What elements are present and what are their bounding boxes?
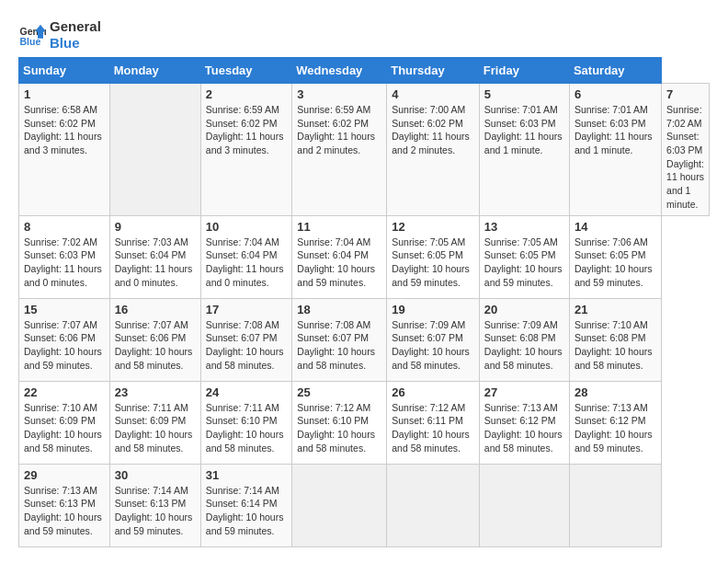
calendar-day-12: 12Sunrise: 7:05 AM Sunset: 6:05 PM Dayli… [387, 215, 480, 298]
weekday-header-monday: Monday [109, 58, 200, 84]
weekday-header-friday: Friday [479, 58, 569, 84]
calendar-day-5: 5Sunrise: 7:01 AM Sunset: 6:03 PM Daylig… [479, 84, 569, 216]
logo: General Blue General Blue [18, 18, 101, 52]
calendar-day-15: 15Sunrise: 7:07 AM Sunset: 6:06 PM Dayli… [19, 298, 110, 381]
weekday-header-row: SundayMondayTuesdayWednesdayThursdayFrid… [19, 58, 710, 84]
calendar-day-27: 27Sunrise: 7:13 AM Sunset: 6:12 PM Dayli… [479, 381, 569, 464]
calendar-day-9: 9Sunrise: 7:03 AM Sunset: 6:04 PM Daylig… [109, 215, 200, 298]
calendar-day-29: 29Sunrise: 7:13 AM Sunset: 6:13 PM Dayli… [19, 464, 110, 546]
weekday-header-saturday: Saturday [569, 58, 661, 84]
calendar-empty [387, 464, 480, 546]
weekday-header-wednesday: Wednesday [292, 58, 387, 84]
calendar-day-8: 8Sunrise: 7:02 AM Sunset: 6:03 PM Daylig… [19, 215, 110, 298]
calendar-day-23: 23Sunrise: 7:11 AM Sunset: 6:09 PM Dayli… [109, 381, 200, 464]
calendar-week-4: 22Sunrise: 7:10 AM Sunset: 6:09 PM Dayli… [19, 381, 710, 464]
calendar-day-28: 28Sunrise: 7:13 AM Sunset: 6:12 PM Dayli… [569, 381, 661, 464]
calendar-day-26: 26Sunrise: 7:12 AM Sunset: 6:11 PM Dayli… [387, 381, 480, 464]
weekday-header-tuesday: Tuesday [200, 58, 292, 84]
calendar-day-3: 3Sunrise: 6:59 AM Sunset: 6:02 PM Daylig… [292, 84, 387, 216]
page-header: General Blue General Blue [18, 18, 710, 52]
calendar-day-6: 6Sunrise: 7:01 AM Sunset: 6:03 PM Daylig… [569, 84, 661, 216]
svg-text:Blue: Blue [20, 36, 41, 47]
calendar-day-1: 1Sunrise: 6:58 AM Sunset: 6:02 PM Daylig… [19, 84, 110, 216]
calendar-day-13: 13Sunrise: 7:05 AM Sunset: 6:05 PM Dayli… [479, 215, 569, 298]
calendar-day-21: 21Sunrise: 7:10 AM Sunset: 6:08 PM Dayli… [569, 298, 661, 381]
calendar-day-16: 16Sunrise: 7:07 AM Sunset: 6:06 PM Dayli… [109, 298, 200, 381]
calendar-day-4: 4Sunrise: 7:00 AM Sunset: 6:02 PM Daylig… [387, 84, 480, 216]
calendar-day-2: 2Sunrise: 6:59 AM Sunset: 6:02 PM Daylig… [200, 84, 292, 216]
calendar-day-20: 20Sunrise: 7:09 AM Sunset: 6:08 PM Dayli… [479, 298, 569, 381]
calendar-day-7: 7Sunrise: 7:02 AM Sunset: 6:03 PM Daylig… [662, 84, 710, 216]
calendar-empty [479, 464, 569, 546]
calendar-day-25: 25Sunrise: 7:12 AM Sunset: 6:10 PM Dayli… [292, 381, 387, 464]
calendar-day-17: 17Sunrise: 7:08 AM Sunset: 6:07 PM Dayli… [200, 298, 292, 381]
calendar-day-22: 22Sunrise: 7:10 AM Sunset: 6:09 PM Dayli… [19, 381, 110, 464]
calendar-table: SundayMondayTuesdayWednesdayThursdayFrid… [18, 57, 710, 547]
calendar-empty [292, 464, 387, 546]
calendar-day-30: 30Sunrise: 7:14 AM Sunset: 6:13 PM Dayli… [109, 464, 200, 546]
calendar-day-18: 18Sunrise: 7:08 AM Sunset: 6:07 PM Dayli… [292, 298, 387, 381]
calendar-week-3: 15Sunrise: 7:07 AM Sunset: 6:06 PM Dayli… [19, 298, 710, 381]
calendar-week-2: 8Sunrise: 7:02 AM Sunset: 6:03 PM Daylig… [19, 215, 710, 298]
calendar-day-19: 19Sunrise: 7:09 AM Sunset: 6:07 PM Dayli… [387, 298, 480, 381]
calendar-empty [109, 84, 200, 216]
calendar-week-1: 1Sunrise: 6:58 AM Sunset: 6:02 PM Daylig… [19, 84, 710, 216]
calendar-day-11: 11Sunrise: 7:04 AM Sunset: 6:04 PM Dayli… [292, 215, 387, 298]
calendar-day-14: 14Sunrise: 7:06 AM Sunset: 6:05 PM Dayli… [569, 215, 661, 298]
weekday-header-thursday: Thursday [387, 58, 480, 84]
calendar-week-5: 29Sunrise: 7:13 AM Sunset: 6:13 PM Dayli… [19, 464, 710, 546]
calendar-day-10: 10Sunrise: 7:04 AM Sunset: 6:04 PM Dayli… [200, 215, 292, 298]
logo-icon: General Blue [18, 21, 46, 49]
calendar-day-24: 24Sunrise: 7:11 AM Sunset: 6:10 PM Dayli… [200, 381, 292, 464]
weekday-header-sunday: Sunday [19, 58, 110, 84]
calendar-day-31: 31Sunrise: 7:14 AM Sunset: 6:14 PM Dayli… [200, 464, 292, 546]
calendar-empty [569, 464, 661, 546]
